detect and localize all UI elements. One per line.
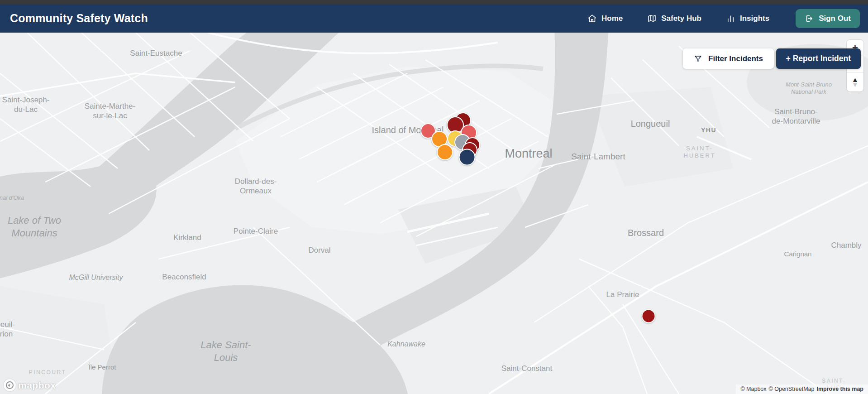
home-icon — [587, 14, 597, 23]
logout-icon — [805, 14, 814, 23]
nav-item-safety-hub[interactable]: Safety Hub — [647, 14, 701, 23]
pitch-toggle-button[interactable]: ▲ ▼ — [847, 72, 863, 91]
bar-chart-icon — [726, 14, 735, 23]
map-attribution: © Mapbox © OpenStreetMap Improve this ma… — [736, 384, 868, 394]
nav-item-label: Insights — [740, 14, 769, 23]
incident-marker[interactable] — [459, 149, 476, 166]
report-incident-button[interactable]: + Report Incident — [776, 48, 861, 69]
incident-marker[interactable] — [642, 309, 656, 323]
nav-item-label: Safety Hub — [661, 14, 701, 23]
funnel-icon — [694, 54, 702, 63]
sign-out-label: Sign Out — [819, 14, 851, 23]
filter-incidents-button[interactable]: Filter Incidents — [683, 48, 774, 69]
nav-item-home[interactable]: Home — [587, 14, 623, 23]
incident-marker[interactable] — [437, 144, 453, 160]
nav-item-label: Home — [601, 14, 623, 23]
page-title: Community Safety Watch — [10, 12, 148, 25]
pitch-down-icon: ▼ — [852, 82, 858, 87]
app-header: Community Safety Watch Home Safety Hub I… — [0, 4, 868, 33]
sign-out-button[interactable]: Sign Out — [796, 9, 860, 28]
mapbox-logo[interactable]: mapbox — [4, 379, 56, 391]
report-incident-label: + Report Incident — [786, 54, 851, 63]
mapbox-logo-icon — [4, 379, 16, 391]
filter-incidents-label: Filter Incidents — [708, 54, 763, 63]
osm-attribution-link[interactable]: © OpenStreetMap — [769, 386, 815, 392]
basemap-artwork — [0, 33, 868, 394]
main-nav: Home Safety Hub Insights Sign Out — [587, 9, 860, 28]
map-icon — [647, 14, 657, 23]
mapbox-logo-text: mapbox — [18, 380, 56, 391]
nav-item-insights[interactable]: Insights — [726, 14, 769, 23]
browser-chrome-strip — [0, 0, 868, 4]
incident-map[interactable]: Saint-EustacheSaint-Joseph- du-LacSainte… — [0, 33, 868, 394]
mapbox-attribution-link[interactable]: © Mapbox — [740, 386, 766, 392]
improve-map-link[interactable]: Improve this map — [817, 386, 864, 392]
